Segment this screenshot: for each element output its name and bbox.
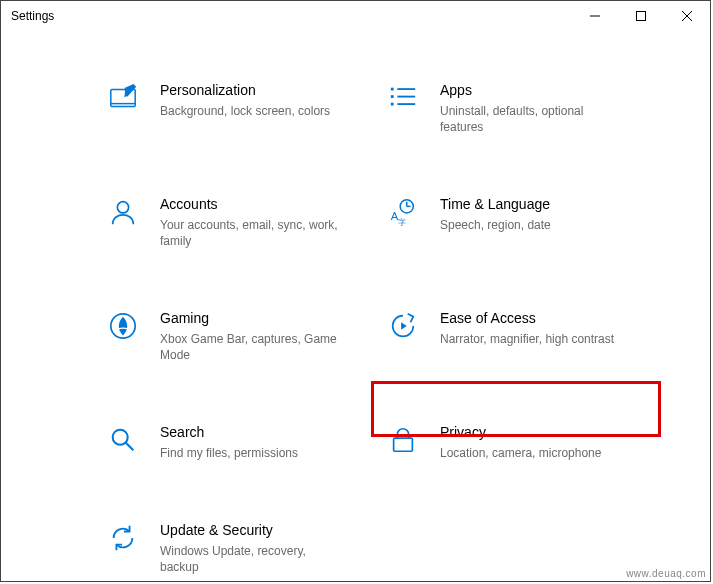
category-desc: Location, camera, microphone: [440, 445, 625, 461]
category-update-security[interactable]: Update & Security Windows Update, recove…: [106, 521, 386, 581]
category-desc: Windows Update, recovery, backup: [160, 543, 345, 575]
maximize-button[interactable]: [618, 1, 664, 31]
settings-window: Settings: [0, 0, 711, 582]
category-title: Gaming: [160, 309, 376, 327]
svg-point-20: [113, 430, 128, 445]
minimize-button[interactable]: [572, 1, 618, 31]
category-personalization[interactable]: Personalization Background, lock screen,…: [106, 81, 386, 195]
svg-text:字: 字: [398, 217, 406, 227]
ease-of-access-icon: [386, 311, 420, 341]
watermark-text: www.deuaq.com: [626, 568, 706, 579]
accounts-icon: [106, 197, 140, 227]
time-language-icon: A 字: [386, 197, 420, 227]
category-desc: Uninstall, defaults, optional features: [440, 103, 625, 135]
apps-icon: [386, 83, 420, 113]
category-gaming[interactable]: Gaming Xbox Game Bar, captures, Game Mod…: [106, 309, 386, 423]
svg-marker-19: [401, 322, 407, 330]
titlebar: Settings: [1, 1, 710, 31]
category-desc: Background, lock screen, colors: [160, 103, 345, 119]
close-button[interactable]: [664, 1, 710, 31]
search-icon: [106, 425, 140, 455]
svg-rect-22: [394, 438, 413, 451]
category-title: Apps: [440, 81, 656, 99]
category-title: Accounts: [160, 195, 376, 213]
personalization-icon: [106, 83, 140, 113]
category-desc: Xbox Game Bar, captures, Game Mode: [160, 331, 345, 363]
svg-rect-1: [637, 12, 646, 21]
window-title: Settings: [11, 9, 54, 23]
category-title: Update & Security: [160, 521, 376, 539]
privacy-icon: [386, 425, 420, 455]
category-title: Ease of Access: [440, 309, 656, 327]
category-search[interactable]: Search Find my files, permissions: [106, 423, 386, 521]
svg-line-21: [126, 443, 134, 451]
category-desc: Narrator, magnifier, high contrast: [440, 331, 625, 347]
category-privacy[interactable]: Privacy Location, camera, microphone: [386, 423, 666, 521]
category-time-language[interactable]: A 字 Time & Language Speech, region, date: [386, 195, 666, 309]
content-area: Personalization Background, lock screen,…: [1, 31, 710, 581]
svg-point-12: [117, 202, 128, 213]
category-title: Personalization: [160, 81, 376, 99]
category-title: Search: [160, 423, 376, 441]
category-desc: Your accounts, email, sync, work, family: [160, 217, 345, 249]
svg-rect-6: [391, 88, 394, 91]
gaming-icon: [106, 311, 140, 341]
category-desc: Find my files, permissions: [160, 445, 345, 461]
svg-rect-7: [391, 95, 394, 98]
category-title: Privacy: [440, 423, 656, 441]
category-grid: Personalization Background, lock screen,…: [106, 81, 666, 581]
category-ease-of-access[interactable]: Ease of Access Narrator, magnifier, high…: [386, 309, 666, 423]
category-accounts[interactable]: Accounts Your accounts, email, sync, wor…: [106, 195, 386, 309]
category-title: Time & Language: [440, 195, 656, 213]
svg-rect-8: [391, 103, 394, 106]
category-apps[interactable]: Apps Uninstall, defaults, optional featu…: [386, 81, 666, 195]
update-security-icon: [106, 523, 140, 553]
category-desc: Speech, region, date: [440, 217, 625, 233]
